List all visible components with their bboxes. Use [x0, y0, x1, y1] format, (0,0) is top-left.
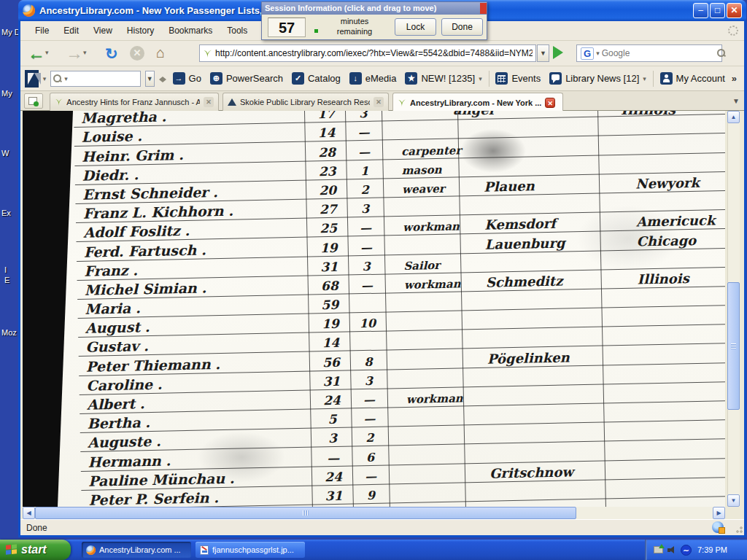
scroll-right-arrow[interactable]: ▶ [713, 507, 725, 519]
start-button[interactable]: start [0, 540, 71, 560]
desktop-icon-label[interactable]: W [1, 149, 9, 158]
toolbar-powersearch-button[interactable]: ⊕PowerSearch [208, 71, 285, 86]
session-information-dialog[interactable]: Session Information (click and drag to m… [261, 1, 487, 40]
new-tab-page-button[interactable] [24, 93, 43, 109]
scroll-up-arrow[interactable]: ▲ [727, 111, 740, 123]
stop-button[interactable]: ✕ [130, 46, 144, 61]
messenger-tray-icon[interactable]: ∼ [681, 545, 692, 556]
desktop-icon-label[interactable]: Ex [1, 209, 11, 217]
menu-history[interactable]: History [120, 23, 161, 39]
tab-ancestrylibrary-active[interactable]: AncestryLibrary.com - New York ... ✕ [392, 93, 563, 112]
passenger-age: 19 [313, 316, 348, 332]
passenger-age: 28 [309, 144, 344, 160]
horizontal-scrollbar[interactable]: ◀ ▶ [23, 507, 725, 519]
session-dialog-titlebar[interactable]: Session Information (click and drag to m… [262, 2, 487, 15]
home-button[interactable]: ⌂ [156, 44, 165, 61]
done-button[interactable]: Done [441, 18, 483, 36]
passenger-occupation: Sailor [403, 259, 440, 273]
tab-close-icon[interactable]: ✕ [204, 97, 214, 107]
logo-dropdown[interactable]: ▾ [43, 75, 47, 82]
toolbar-events-button[interactable]: Events [493, 71, 543, 86]
tab-close-icon[interactable]: ✕ [545, 98, 555, 108]
combo-dropdown-button[interactable]: ▼ [145, 71, 155, 87]
vertical-scrollbar[interactable]: ▲ ▼ [727, 111, 740, 507]
resize-grip[interactable] [734, 524, 743, 533]
session-close-sliver[interactable] [480, 3, 487, 14]
library-logo-icon[interactable] [25, 70, 39, 88]
desktop-icon-label[interactable]: Moz [1, 328, 17, 337]
passenger-name: Peter P. Serfein [88, 489, 218, 507]
calendar-icon [495, 72, 508, 85]
vertical-scroll-thumb[interactable] [727, 282, 740, 410]
clock[interactable]: 7:39 PM [697, 545, 727, 554]
reload-button[interactable]: ↻ [105, 45, 118, 63]
search-magnifier-icon[interactable] [717, 49, 726, 58]
passenger-name: Franz L. Kichhorn [83, 203, 233, 222]
close-button[interactable]: ✕ [727, 3, 742, 18]
passenger-months [353, 349, 384, 350]
menu-view[interactable]: View [86, 23, 120, 39]
passenger-age: 20 [310, 182, 345, 198]
toolbar-news-button[interactable]: Library News [12]▾ [547, 71, 649, 86]
search-engine-dropdown[interactable]: ▾ [596, 50, 600, 57]
network-tray-icon[interactable] [654, 546, 663, 553]
status-bar: Done [20, 519, 744, 535]
taskbar-item-firefox[interactable]: AncestryLibrary.com ... [82, 542, 191, 558]
google-search-box[interactable]: G ▾ [576, 44, 722, 62]
ancestry-leaf-icon [55, 98, 63, 106]
tab-label: Skokie Public Library Research Resour... [240, 98, 370, 106]
search-input[interactable] [602, 48, 715, 58]
forward-button[interactable]: →▾ [66, 44, 87, 63]
toolbar-overflow-chevron[interactable]: » [732, 73, 737, 84]
toolbar-emedia-button[interactable]: ↓eMedia [347, 71, 399, 86]
desktop-icon-label[interactable]: I [4, 265, 7, 274]
combo-mode-dropdown[interactable]: ▾ [64, 75, 68, 82]
menu-file[interactable]: File [28, 23, 56, 39]
scroll-down-arrow[interactable]: ▼ [727, 494, 740, 507]
taskbar-item-image-viewer[interactable]: fjannuschpassgrlst.jp... [196, 542, 305, 558]
passenger-origin: Kemsdorf [484, 216, 556, 233]
toolbar-new-button[interactable]: ★NEW! [1235]▾ [403, 71, 484, 86]
passenger-age: 31 [316, 488, 351, 503]
passenger-name: Albert [87, 395, 145, 413]
menu-tools[interactable]: Tools [220, 23, 255, 39]
desktop-icon-label[interactable]: My [1, 89, 12, 98]
passenger-age: 24 [316, 469, 351, 484]
menu-edit[interactable]: Edit [56, 23, 86, 39]
toolbar-account-button[interactable]: My Account [658, 71, 727, 86]
passenger-name: Diedr. [82, 166, 139, 184]
tab-skokie-library[interactable]: Skokie Public Library Research Resour...… [222, 93, 389, 111]
menu-bookmarks[interactable]: Bookmarks [161, 23, 220, 39]
passenger-months: 3 [351, 259, 382, 273]
back-button[interactable]: ←▾ [28, 44, 49, 63]
volume-tray-icon[interactable] [667, 545, 676, 554]
maximize-button[interactable]: □ [710, 3, 725, 18]
tab-ancestry-hints[interactable]: Ancestry Hints for Franz Jannusch - A...… [50, 93, 219, 111]
ancestry-leaf-icon [203, 49, 212, 58]
scroll-left-arrow[interactable]: ◀ [23, 507, 35, 519]
globe-status-icon[interactable] [712, 521, 724, 533]
url-input[interactable] [215, 48, 533, 58]
passenger-age: 24 [314, 392, 349, 408]
toolbar-go-button[interactable]: →Go [171, 71, 204, 86]
lock-button[interactable]: Lock [395, 18, 436, 36]
desktop-icon-label[interactable]: My D [1, 28, 20, 36]
passenger-months: 10 [352, 316, 383, 331]
passenger-months: 8 [353, 354, 384, 369]
go-arrow-button[interactable] [553, 46, 563, 59]
document-viewport[interactable]: anger Illinois Magretha 17 3 Louis [23, 111, 725, 507]
toolbar-splitter[interactable] [159, 74, 166, 84]
tab-list-dropdown[interactable]: ▼ [732, 97, 740, 105]
tab-close-icon[interactable]: ✕ [374, 97, 384, 107]
desktop-icon-label[interactable]: E [4, 276, 9, 284]
google-logo-icon: G [581, 47, 594, 60]
address-bar[interactable] [199, 44, 536, 62]
url-dropdown-button[interactable]: ▼ [537, 44, 549, 62]
toolbar-catalog-button[interactable]: ✓Catalog [290, 71, 343, 86]
horizontal-scroll-thumb[interactable] [35, 507, 576, 519]
library-toolbar: ▾ ▾ ▼ →Go ⊕PowerSearch ✓Catalog ↓eMedia … [20, 66, 744, 91]
library-search-combo[interactable]: ▾ [50, 71, 140, 87]
passenger-age: 31 [311, 259, 347, 274]
browser-window: AncestryLibrary.com - New York Passenger… [18, 0, 746, 537]
minimize-button[interactable]: – [693, 3, 708, 18]
